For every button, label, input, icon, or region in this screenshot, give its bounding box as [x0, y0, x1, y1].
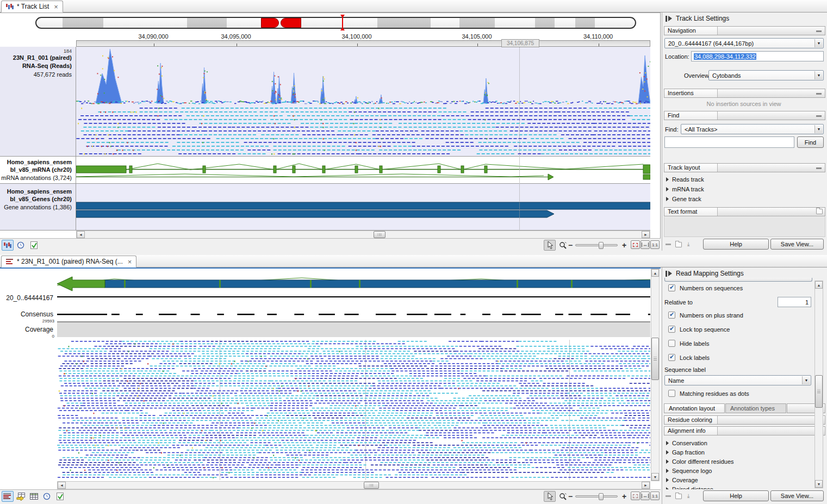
insertions-section-header[interactable]: Insertions: [664, 89, 825, 98]
find-input[interactable]: [664, 136, 794, 148]
sequence-range-dropdown[interactable]: 20_0..64444167 (64,444,167bp)▼: [664, 38, 824, 48]
tree-item-paired-distance[interactable]: Paired distance: [666, 485, 713, 489]
save-view-button[interactable]: Save View...: [770, 490, 824, 501]
scrollbar-thumb[interactable]: [364, 482, 379, 489]
scrollbar-thumb[interactable]: [651, 338, 659, 380]
navigation-section-header[interactable]: Navigation: [664, 26, 825, 35]
tree-item-sequence-logo[interactable]: Sequence logo: [666, 466, 712, 475]
tree-item-mrna-track[interactable]: mRNA track: [666, 185, 704, 193]
expand-icon[interactable]: [666, 487, 669, 490]
annotation-bar-graphic[interactable]: [57, 275, 650, 293]
scrollbar-thumb[interactable]: [815, 375, 823, 408]
scrollbar-thumb[interactable]: [374, 231, 385, 238]
top-horizontal-scrollbar[interactable]: ◄ ►: [76, 231, 650, 239]
residue-coloring-section-header[interactable]: Residue coloring: [664, 415, 825, 425]
table-view-button[interactable]: [28, 491, 40, 502]
gene-track-content[interactable]: [76, 184, 650, 230]
scroll-left-icon[interactable]: ◄: [58, 482, 66, 489]
alignment-info-section-header[interactable]: Alignment info: [664, 426, 825, 435]
tab-annotation-types[interactable]: Annotation types: [725, 403, 786, 413]
collapse-panel-icon[interactable]: [666, 271, 672, 277]
find-scope-dropdown[interactable]: <All Tracks>▼: [681, 124, 824, 134]
settings-scrollbar[interactable]: ▲ ▼: [814, 281, 823, 488]
mrna-track-label-panel[interactable]: Homo_sapiens_ensem bl_v85_mRNA (chr20) m…: [0, 157, 76, 183]
collapse-section-icon[interactable]: [816, 115, 822, 117]
dock-icon[interactable]: ⇥: [686, 494, 692, 498]
history-view-button[interactable]: [41, 491, 53, 502]
expand-icon[interactable]: [666, 187, 669, 191]
collapse-panel-icon[interactable]: [666, 16, 672, 22]
scroll-left-icon[interactable]: ◄: [77, 231, 85, 238]
checkbox-icon[interactable]: [668, 312, 675, 319]
gene-track-label-panel[interactable]: Homo_sapiens_ensem bl_v85_Genes (chr20) …: [0, 184, 76, 230]
zoom-in-button[interactable]: +: [620, 240, 629, 251]
reads-coverage-canvas[interactable]: [76, 47, 650, 157]
zoom-100-button[interactable]: 1:1: [650, 240, 660, 249]
scroll-right-icon[interactable]: ►: [642, 482, 650, 489]
alignment-view-button[interactable]: [2, 491, 14, 502]
minimize-icon[interactable]: [666, 244, 671, 245]
zoom-to-selection-button[interactable]: [631, 240, 640, 249]
checkbox-icon[interactable]: [668, 326, 675, 333]
find-section-header[interactable]: Find: [664, 111, 825, 120]
folder-icon[interactable]: [675, 494, 682, 499]
reads-pileup-canvas[interactable]: [57, 340, 650, 481]
zoom-out-button[interactable]: −: [567, 491, 574, 502]
zoom-in-button[interactable]: +: [620, 491, 629, 502]
fit-width-button[interactable]: ↔: [641, 240, 650, 249]
tab-read-mapping[interactable]: * 23N_R1_001 (paired) RNA-Seq (... ×: [1, 256, 136, 267]
history-view-button[interactable]: [15, 240, 27, 251]
checkbox-numbers-on-sequences[interactable]: Numbers on sequences: [668, 284, 743, 292]
tab-annotation-layout[interactable]: Annotation layout: [664, 403, 725, 413]
expand-icon[interactable]: [666, 197, 669, 201]
save-view-button[interactable]: Save View...: [770, 239, 824, 250]
scroll-down-icon[interactable]: ▼: [651, 473, 659, 481]
bottom-horizontal-scrollbar[interactable]: ◄ ►: [57, 481, 650, 489]
checkbox-matching-residues-as-dots[interactable]: Matching residues as dots: [668, 389, 749, 397]
scroll-up-icon[interactable]: ▲: [651, 269, 659, 277]
scroll-up-icon[interactable]: ▲: [815, 281, 823, 289]
collapse-section-icon[interactable]: [816, 93, 822, 95]
tree-item-coverage[interactable]: Coverage: [666, 476, 698, 484]
tree-item-gap-fraction[interactable]: Gap fraction: [666, 448, 705, 456]
expand-icon[interactable]: [666, 450, 669, 455]
fit-width-button[interactable]: ↔: [641, 491, 650, 500]
report-view-button[interactable]: [28, 240, 40, 251]
scroll-down-icon[interactable]: ▼: [815, 480, 823, 488]
minimize-icon[interactable]: [666, 495, 671, 497]
pointer-tool-button[interactable]: [544, 491, 556, 502]
checkbox-icon[interactable]: [668, 340, 675, 347]
tab-track-list[interactable]: * Track List ×: [1, 1, 63, 13]
zoom-slider-thumb[interactable]: [599, 242, 604, 249]
relative-to-input[interactable]: 1: [778, 297, 811, 307]
checkbox-icon[interactable]: [668, 390, 675, 397]
dock-icon[interactable]: ⇥: [686, 242, 692, 246]
checkbox-lock-top-sequence[interactable]: Lock top sequence: [668, 325, 730, 333]
sequence-label-dropdown[interactable]: Name▼: [664, 375, 811, 385]
reads-track-content[interactable]: [76, 47, 650, 156]
position-marker[interactable]: [340, 15, 345, 32]
checkbox-icon[interactable]: [668, 354, 675, 361]
checkbox-icon[interactable]: [668, 284, 675, 291]
reads-track-label-panel[interactable]: 184 23N_R1_001 (paired) RNA-Seq (Reads) …: [0, 47, 76, 156]
read-mapping-content[interactable]: 20_0..64444167 Consensus 29593 Coverage …: [0, 269, 650, 481]
location-input[interactable]: 34,088,298-34,112,332: [691, 51, 824, 61]
zoom-out-button[interactable]: −: [567, 240, 574, 251]
collapse-section-icon[interactable]: [816, 167, 822, 169]
checkbox-numbers-on-plus-strand[interactable]: Numbers on plus strand: [668, 311, 743, 319]
collapse-section-icon[interactable]: [816, 30, 822, 32]
expand-icon[interactable]: [666, 441, 669, 445]
overview-dropdown[interactable]: Cytobands▼: [708, 70, 824, 80]
zoom-slider-thumb[interactable]: [599, 493, 604, 500]
help-button[interactable]: Help: [703, 239, 769, 250]
close-icon[interactable]: ×: [128, 258, 132, 265]
scroll-right-icon[interactable]: ►: [642, 231, 650, 238]
text-format-section-header[interactable]: Text format: [664, 207, 825, 216]
expand-icon[interactable]: [666, 177, 669, 182]
checkbox-hide-labels[interactable]: Hide labels: [668, 339, 709, 347]
zoom-slider[interactable]: [575, 244, 618, 246]
tree-item-reads-track[interactable]: Reads track: [666, 175, 704, 183]
zoom-100-button[interactable]: 1:1: [650, 491, 660, 500]
export-table-view-button[interactable]: [15, 491, 27, 502]
zoom-to-selection-button[interactable]: [631, 491, 640, 500]
